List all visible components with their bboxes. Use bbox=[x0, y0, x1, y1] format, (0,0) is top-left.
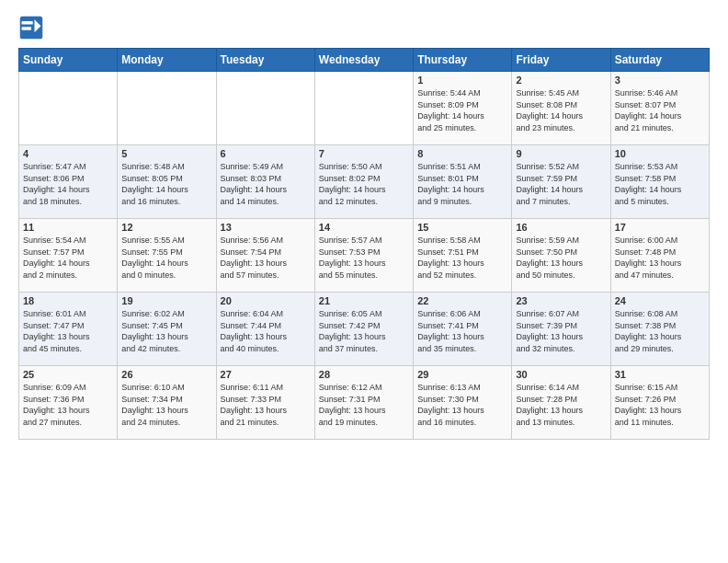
day-info: Sunrise: 6:13 AM Sunset: 7:30 PM Dayligh… bbox=[417, 382, 507, 428]
day-number: 1 bbox=[417, 75, 507, 86]
day-number: 24 bbox=[615, 295, 705, 306]
day-info: Sunrise: 6:14 AM Sunset: 7:28 PM Dayligh… bbox=[516, 382, 606, 428]
day-number: 5 bbox=[121, 148, 211, 159]
day-info: Sunrise: 5:55 AM Sunset: 7:55 PM Dayligh… bbox=[121, 235, 211, 281]
day-info: Sunrise: 6:02 AM Sunset: 7:45 PM Dayligh… bbox=[121, 308, 211, 354]
calendar-cell bbox=[216, 72, 314, 145]
col-header-wednesday: Wednesday bbox=[314, 49, 413, 72]
day-number: 3 bbox=[615, 75, 705, 86]
col-header-thursday: Thursday bbox=[414, 49, 512, 72]
day-number: 29 bbox=[417, 369, 507, 380]
calendar-cell bbox=[314, 72, 413, 145]
calendar-cell: 23Sunrise: 6:07 AM Sunset: 7:39 PM Dayli… bbox=[512, 293, 610, 366]
calendar-cell: 27Sunrise: 6:11 AM Sunset: 7:33 PM Dayli… bbox=[216, 366, 314, 440]
calendar-cell: 8Sunrise: 5:51 AM Sunset: 8:01 PM Daylig… bbox=[414, 145, 512, 219]
calendar-cell: 14Sunrise: 5:57 AM Sunset: 7:53 PM Dayli… bbox=[314, 219, 413, 293]
day-info: Sunrise: 6:06 AM Sunset: 7:41 PM Dayligh… bbox=[417, 308, 507, 354]
calendar-cell: 24Sunrise: 6:08 AM Sunset: 7:38 PM Dayli… bbox=[610, 293, 709, 366]
calendar-cell: 9Sunrise: 5:52 AM Sunset: 7:59 PM Daylig… bbox=[512, 145, 610, 219]
calendar-cell: 3Sunrise: 5:46 AM Sunset: 8:07 PM Daylig… bbox=[610, 72, 709, 145]
calendar-cell: 25Sunrise: 6:09 AM Sunset: 7:36 PM Dayli… bbox=[19, 366, 118, 440]
day-info: Sunrise: 5:50 AM Sunset: 8:02 PM Dayligh… bbox=[319, 161, 409, 207]
day-info: Sunrise: 6:15 AM Sunset: 7:26 PM Dayligh… bbox=[615, 382, 705, 428]
calendar-cell: 26Sunrise: 6:10 AM Sunset: 7:34 PM Dayli… bbox=[118, 366, 216, 440]
day-info: Sunrise: 5:44 AM Sunset: 8:09 PM Dayligh… bbox=[417, 87, 507, 133]
calendar-cell: 7Sunrise: 5:50 AM Sunset: 8:02 PM Daylig… bbox=[314, 145, 413, 219]
calendar-cell: 20Sunrise: 6:04 AM Sunset: 7:44 PM Dayli… bbox=[216, 293, 314, 366]
day-number: 14 bbox=[319, 222, 409, 233]
day-info: Sunrise: 6:07 AM Sunset: 7:39 PM Dayligh… bbox=[516, 308, 606, 354]
logo bbox=[18, 15, 48, 40]
day-number: 30 bbox=[516, 369, 606, 380]
calendar-cell: 17Sunrise: 6:00 AM Sunset: 7:48 PM Dayli… bbox=[610, 219, 709, 293]
day-info: Sunrise: 6:05 AM Sunset: 7:42 PM Dayligh… bbox=[319, 308, 409, 354]
calendar-cell: 4Sunrise: 5:47 AM Sunset: 8:06 PM Daylig… bbox=[19, 145, 118, 219]
calendar-cell: 1Sunrise: 5:44 AM Sunset: 8:09 PM Daylig… bbox=[414, 72, 512, 145]
calendar-week-5: 25Sunrise: 6:09 AM Sunset: 7:36 PM Dayli… bbox=[19, 366, 710, 440]
day-info: Sunrise: 5:46 AM Sunset: 8:07 PM Dayligh… bbox=[615, 87, 705, 133]
calendar-cell: 12Sunrise: 5:55 AM Sunset: 7:55 PM Dayli… bbox=[118, 219, 216, 293]
day-number: 8 bbox=[417, 148, 507, 159]
calendar-table: SundayMondayTuesdayWednesdayThursdayFrid… bbox=[18, 48, 710, 440]
day-info: Sunrise: 6:00 AM Sunset: 7:48 PM Dayligh… bbox=[615, 235, 705, 281]
day-number: 17 bbox=[615, 222, 705, 233]
day-info: Sunrise: 5:47 AM Sunset: 8:06 PM Dayligh… bbox=[23, 161, 113, 207]
calendar-cell bbox=[19, 72, 118, 145]
day-info: Sunrise: 6:08 AM Sunset: 7:38 PM Dayligh… bbox=[615, 308, 705, 354]
day-number: 20 bbox=[221, 295, 311, 306]
day-number: 19 bbox=[121, 295, 211, 306]
day-info: Sunrise: 5:58 AM Sunset: 7:51 PM Dayligh… bbox=[417, 235, 507, 281]
col-header-friday: Friday bbox=[512, 49, 610, 72]
calendar-cell: 28Sunrise: 6:12 AM Sunset: 7:31 PM Dayli… bbox=[314, 366, 413, 440]
calendar-cell: 21Sunrise: 6:05 AM Sunset: 7:42 PM Dayli… bbox=[314, 293, 413, 366]
day-info: Sunrise: 5:48 AM Sunset: 8:05 PM Dayligh… bbox=[121, 161, 211, 207]
col-header-saturday: Saturday bbox=[610, 49, 709, 72]
day-number: 6 bbox=[221, 148, 311, 159]
day-info: Sunrise: 5:54 AM Sunset: 7:57 PM Dayligh… bbox=[23, 235, 113, 281]
day-number: 11 bbox=[23, 222, 113, 233]
day-info: Sunrise: 5:51 AM Sunset: 8:01 PM Dayligh… bbox=[417, 161, 507, 207]
calendar-cell: 18Sunrise: 6:01 AM Sunset: 7:47 PM Dayli… bbox=[19, 293, 118, 366]
calendar-week-3: 11Sunrise: 5:54 AM Sunset: 7:57 PM Dayli… bbox=[19, 219, 710, 293]
calendar-cell: 11Sunrise: 5:54 AM Sunset: 7:57 PM Dayli… bbox=[19, 219, 118, 293]
calendar-cell: 29Sunrise: 6:13 AM Sunset: 7:30 PM Dayli… bbox=[414, 366, 512, 440]
calendar-cell: 13Sunrise: 5:56 AM Sunset: 7:54 PM Dayli… bbox=[216, 219, 314, 293]
calendar-cell: 16Sunrise: 5:59 AM Sunset: 7:50 PM Dayli… bbox=[512, 219, 610, 293]
day-info: Sunrise: 5:53 AM Sunset: 7:58 PM Dayligh… bbox=[615, 161, 705, 207]
calendar-cell: 22Sunrise: 6:06 AM Sunset: 7:41 PM Dayli… bbox=[414, 293, 512, 366]
calendar-week-4: 18Sunrise: 6:01 AM Sunset: 7:47 PM Dayli… bbox=[19, 293, 710, 366]
calendar-cell: 15Sunrise: 5:58 AM Sunset: 7:51 PM Dayli… bbox=[414, 219, 512, 293]
day-number: 27 bbox=[221, 369, 311, 380]
header bbox=[18, 15, 710, 40]
day-number: 10 bbox=[615, 148, 705, 159]
day-info: Sunrise: 5:49 AM Sunset: 8:03 PM Dayligh… bbox=[221, 161, 311, 207]
day-number: 23 bbox=[516, 295, 606, 306]
day-info: Sunrise: 5:57 AM Sunset: 7:53 PM Dayligh… bbox=[319, 235, 409, 281]
day-number: 4 bbox=[23, 148, 113, 159]
day-info: Sunrise: 5:56 AM Sunset: 7:54 PM Dayligh… bbox=[221, 235, 311, 281]
calendar-cell: 31Sunrise: 6:15 AM Sunset: 7:26 PM Dayli… bbox=[610, 366, 709, 440]
day-info: Sunrise: 6:01 AM Sunset: 7:47 PM Dayligh… bbox=[23, 308, 113, 354]
calendar-week-1: 1Sunrise: 5:44 AM Sunset: 8:09 PM Daylig… bbox=[19, 72, 710, 145]
day-number: 13 bbox=[221, 222, 311, 233]
logo-icon bbox=[18, 15, 44, 40]
col-header-tuesday: Tuesday bbox=[216, 49, 314, 72]
day-number: 15 bbox=[417, 222, 507, 233]
day-number: 16 bbox=[516, 222, 606, 233]
calendar-header-row: SundayMondayTuesdayWednesdayThursdayFrid… bbox=[19, 49, 710, 72]
day-number: 31 bbox=[615, 369, 705, 380]
calendar-cell: 10Sunrise: 5:53 AM Sunset: 7:58 PM Dayli… bbox=[610, 145, 709, 219]
calendar-cell: 30Sunrise: 6:14 AM Sunset: 7:28 PM Dayli… bbox=[512, 366, 610, 440]
day-number: 26 bbox=[121, 369, 211, 380]
day-number: 25 bbox=[23, 369, 113, 380]
day-info: Sunrise: 6:10 AM Sunset: 7:34 PM Dayligh… bbox=[121, 382, 211, 428]
day-number: 12 bbox=[121, 222, 211, 233]
calendar-week-2: 4Sunrise: 5:47 AM Sunset: 8:06 PM Daylig… bbox=[19, 145, 710, 219]
day-number: 22 bbox=[417, 295, 507, 306]
day-number: 18 bbox=[23, 295, 113, 306]
calendar-cell: 6Sunrise: 5:49 AM Sunset: 8:03 PM Daylig… bbox=[216, 145, 314, 219]
day-info: Sunrise: 5:45 AM Sunset: 8:08 PM Dayligh… bbox=[516, 87, 606, 133]
day-info: Sunrise: 6:09 AM Sunset: 7:36 PM Dayligh… bbox=[23, 382, 113, 428]
col-header-monday: Monday bbox=[118, 49, 216, 72]
svg-rect-3 bbox=[22, 27, 32, 30]
